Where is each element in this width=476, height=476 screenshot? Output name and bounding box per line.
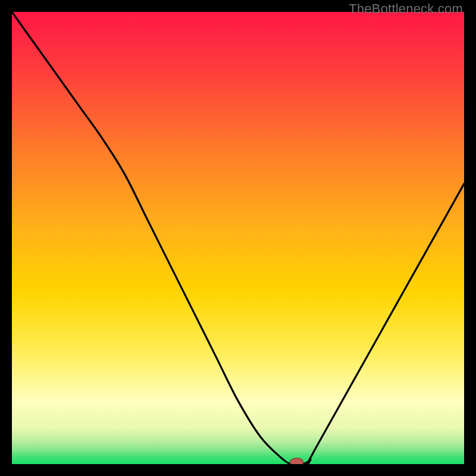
chart-svg [12, 12, 464, 464]
optimal-marker [290, 458, 303, 464]
plot-area [12, 12, 464, 464]
gradient-background [12, 12, 464, 464]
chart-frame: TheBottleneck.com [0, 0, 476, 476]
watermark-text: TheBottleneck.com [349, 1, 463, 17]
